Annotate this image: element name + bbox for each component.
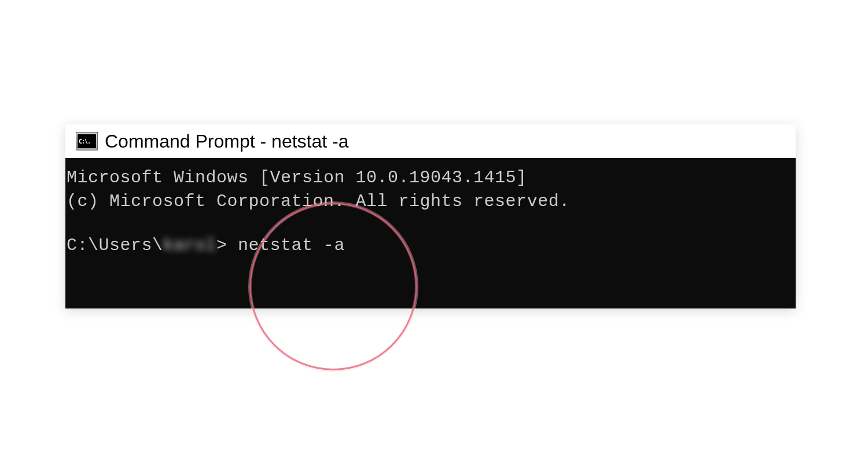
terminal-output[interactable]: Microsoft Windows [Version 10.0.19043.14… <box>65 158 796 308</box>
prompt-path-prefix: C:\Users\ <box>67 236 163 255</box>
terminal-prompt-line: C:\Users\karol> netstat -a <box>65 234 796 258</box>
command-prompt-icon-glyph: C:\. <box>78 134 96 148</box>
prompt-username-blurred: karol <box>163 236 217 255</box>
command-prompt-window: C:\. Command Prompt - netstat -a Microso… <box>65 124 796 308</box>
prompt-suffix: > <box>216 236 238 255</box>
terminal-copyright-line: (c) Microsoft Corporation. All rights re… <box>65 190 796 214</box>
window-titlebar[interactable]: C:\. Command Prompt - netstat -a <box>65 124 796 158</box>
window-title: Command Prompt - netstat -a <box>105 131 348 152</box>
command-prompt-icon: C:\. <box>76 132 98 150</box>
prompt-command: netstat -a <box>238 236 345 255</box>
terminal-version-line: Microsoft Windows [Version 10.0.19043.14… <box>65 166 796 190</box>
